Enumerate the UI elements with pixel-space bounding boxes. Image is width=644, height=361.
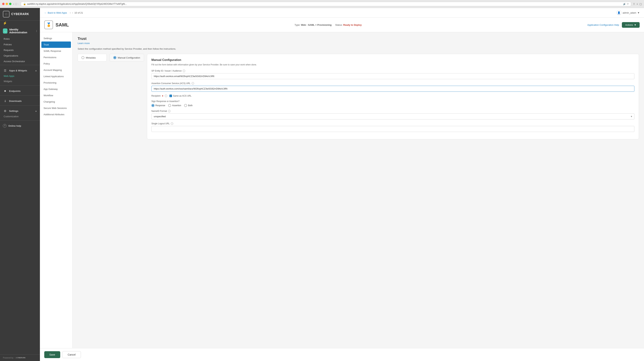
apps-widgets-section: ☰ Apps & Widgets ▲ Web Apps Widgets — [0, 65, 40, 85]
new-tab-icon[interactable]: + — [636, 2, 638, 5]
reload-icon[interactable]: ⟳ — [627, 3, 629, 5]
sp-entity-input[interactable] — [152, 73, 634, 79]
apps-widgets-collapse-icon[interactable]: ▲ — [35, 69, 37, 72]
prev-app-icon[interactable]: ‹ — [70, 11, 71, 14]
same-as-acs-label[interactable]: ✓ Same as ACS URL — [170, 95, 192, 97]
single-logout-input[interactable] — [152, 126, 634, 132]
endpoints-header[interactable]: ■ Endpoints — [0, 87, 40, 94]
response-radio-item[interactable]: Response — [152, 104, 165, 107]
sidebar-item-customization[interactable]: Customization — [0, 114, 40, 119]
app-count: 10 of 21 — [74, 11, 83, 14]
sidebar-item-web-apps[interactable]: Web Apps — [0, 73, 40, 79]
manual-config-label: Manual Configuration — [118, 56, 140, 59]
required-star: ★ — [162, 95, 164, 97]
browser-forward-icon[interactable]: › — [18, 2, 19, 5]
app-type: Type: Web - SAML + Provisioning — [294, 23, 332, 26]
sp-entity-label: SP Entity ID / Issuer / Audience i — [152, 70, 634, 72]
close-button[interactable] — [2, 3, 4, 5]
sidebar-item-requests[interactable]: Requests — [0, 47, 40, 53]
both-radio-item[interactable]: Both — [184, 104, 193, 107]
nav-item-trust[interactable]: Trust — [41, 41, 71, 48]
apps-widgets-label: Apps & Widgets — [9, 69, 27, 72]
sidebar-item-access-orchestrator[interactable]: Access Orchestrator — [0, 58, 40, 64]
downloads-header[interactable]: ⇓ Downloads — [0, 97, 40, 104]
powered-logo: □ CYBERARK — [15, 357, 26, 359]
back-arrow-icon: ← — [44, 11, 46, 14]
lock-icon: 🔒 — [23, 3, 26, 5]
nameid-format-info-icon[interactable]: i — [168, 110, 170, 112]
app-header: 🏅 SAML Type: Web - SAML + Provisioning S… — [40, 17, 644, 32]
nav-item-additional-attributes[interactable]: Additional Attributes — [40, 111, 72, 118]
section-grid-icon[interactable]: ⁝ — [36, 29, 37, 33]
user-name: admin_adam — [622, 11, 636, 14]
downloads-icon: ⇓ — [3, 99, 7, 103]
downloads-section: ⇓ Downloads — [0, 95, 40, 105]
nav-item-linked-applications[interactable]: Linked Applications — [40, 73, 72, 79]
save-button[interactable]: Save — [44, 351, 60, 358]
content-area: Settings Trust SAML Response Permissions… — [40, 32, 644, 348]
nav-item-app-gateway[interactable]: App Gateway — [40, 86, 72, 92]
single-logout-group: Single Logout URL i — [152, 122, 634, 132]
audio-icon[interactable]: 🔊 — [623, 3, 626, 5]
back-to-web-apps-link[interactable]: ← Back to Web Apps — [44, 11, 67, 14]
sidebar-item-policies[interactable]: Policies — [0, 42, 40, 47]
same-as-acs-checkbox[interactable]: ✓ — [170, 95, 172, 97]
sidebar-item-organizations[interactable]: Organizations — [0, 53, 40, 58]
sp-entity-group: SP Entity ID / Issuer / Audience i — [152, 70, 634, 79]
next-app-icon[interactable]: › — [72, 11, 73, 14]
config-help-link[interactable]: Application Configuration Help — [588, 23, 619, 26]
identity-admin-section: ◡ Identity Administration ⁝ — [0, 26, 40, 35]
manual-config-radio[interactable] — [114, 56, 116, 59]
app-container: □ CYBERARK ⚡ ◡ Identity Administration ⁝… — [0, 8, 644, 361]
minimize-button[interactable] — [6, 3, 8, 5]
settings-collapse-icon[interactable]: ▲ — [35, 110, 37, 112]
response-radio[interactable] — [152, 104, 154, 107]
assertion-label: Assertion — [172, 104, 181, 107]
address-bar[interactable]: 🔒 aai4864.my.idaptive.app/admin/#/Applic… — [21, 2, 631, 6]
manual-config-option[interactable]: Manual Configuration — [110, 54, 144, 61]
nav-item-workflow[interactable]: Workflow — [40, 92, 72, 99]
user-menu[interactable]: 👤 admin_adam ▼ — [616, 10, 640, 15]
both-radio[interactable] — [184, 104, 187, 107]
fullscreen-button[interactable] — [9, 3, 12, 5]
settings-label: Settings — [9, 110, 18, 112]
acs-url-info-icon[interactable]: i — [192, 82, 194, 85]
help-icon: ? — [3, 124, 6, 128]
nav-item-saml-response[interactable]: SAML Response — [40, 48, 72, 54]
nav-item-permissions[interactable]: Permissions — [40, 54, 72, 60]
nameid-format-label: NameID Format i — [152, 110, 634, 112]
share-icon[interactable]: ⇧ — [633, 2, 635, 5]
nav-item-secure-web-sessions[interactable]: Secure Web Sessions — [40, 105, 72, 111]
assertion-radio-item[interactable]: Assertion — [168, 104, 181, 107]
help-header[interactable]: ? Online help — [0, 122, 40, 128]
metadata-radio[interactable] — [82, 56, 84, 59]
online-help-label: Online help — [8, 124, 21, 127]
browser-back-icon[interactable]: ‹ — [13, 2, 14, 5]
acs-url-input[interactable] — [152, 86, 634, 92]
window-icon[interactable]: ▢ — [640, 2, 642, 5]
sp-entity-info-icon[interactable]: i — [183, 70, 185, 72]
sidebar-item-roles[interactable]: Roles — [0, 36, 40, 42]
browser-nav-controls: ‹ □ › — [13, 2, 19, 5]
nav-item-account-mapping[interactable]: Account Mapping — [40, 67, 72, 73]
nav-item-changelog[interactable]: Changelog — [40, 99, 72, 105]
nameid-format-select[interactable]: unspecified — [152, 113, 634, 119]
nav-item-provisioning[interactable]: Provisioning — [40, 79, 72, 86]
assertion-radio[interactable] — [168, 104, 171, 107]
footer-actions: Save Cancel — [40, 348, 644, 361]
sidebar-item-widgets[interactable]: Widgets — [0, 79, 40, 84]
single-logout-info-icon[interactable]: i — [171, 122, 173, 125]
nav-item-settings[interactable]: Settings — [40, 35, 72, 41]
cancel-button[interactable]: Cancel — [62, 351, 81, 358]
main-content: ← Back to Web Apps ‹ › 10 of 21 👤 admin_… — [40, 8, 644, 361]
manual-config-box: Manual Configuration Fill out the form b… — [147, 54, 639, 139]
traffic-lights — [2, 3, 12, 5]
recipient-info-icon[interactable]: i — [165, 95, 167, 97]
tab-switcher-icon[interactable]: □ — [15, 2, 17, 5]
metadata-option[interactable]: Metadata — [78, 54, 107, 61]
actions-button[interactable]: Actions ▼ — [622, 22, 640, 28]
learn-more-link[interactable]: Learn more — [78, 42, 90, 44]
nav-item-policy[interactable]: Policy — [40, 60, 72, 67]
header-actions: Application Configuration Help Actions ▼ — [588, 22, 640, 28]
apps-widgets-header: ☰ Apps & Widgets ▲ — [0, 66, 40, 73]
